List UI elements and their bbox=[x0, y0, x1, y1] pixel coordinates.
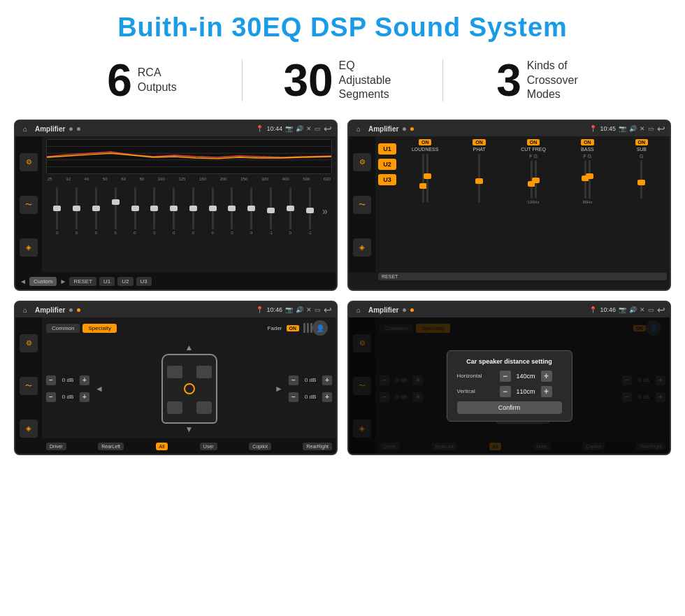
u3-button[interactable]: U3 bbox=[378, 174, 396, 185]
car-diagram: ◄ ► ▲ ▼ bbox=[92, 340, 286, 437]
prev-btn[interactable]: ◄ bbox=[20, 278, 27, 285]
amp-sidebar-btn1[interactable]: ⚙ bbox=[353, 153, 371, 171]
seat-rr bbox=[196, 401, 212, 414]
left-db-controls: − 0 dB + − 0 dB + bbox=[46, 340, 89, 437]
speaker-bottom-bar: Driver RearLeft All User Copilot RearRig… bbox=[42, 438, 336, 454]
topbar-dot1 bbox=[69, 127, 73, 131]
all-btn[interactable]: All bbox=[156, 443, 168, 450]
eq-sidebar-btn2[interactable]: 〜 bbox=[20, 196, 38, 214]
back-icon-1[interactable]: ↩ bbox=[324, 123, 332, 134]
db-value-3: 0 dB bbox=[301, 377, 320, 383]
db-plus-4[interactable]: + bbox=[322, 392, 332, 402]
horizontal-minus[interactable]: − bbox=[500, 371, 511, 382]
eq-slider-9[interactable]: 0 bbox=[203, 187, 222, 235]
screen3-time: 10:46 bbox=[266, 306, 282, 313]
stat-label-eq: EQ AdjustableSegments bbox=[339, 59, 402, 102]
eq-more-icon[interactable]: » bbox=[319, 206, 331, 217]
eq-slider-1[interactable]: 0 bbox=[48, 187, 67, 235]
eq-slider-6[interactable]: 0 bbox=[145, 187, 164, 235]
eq-slider-5[interactable]: 0 bbox=[125, 187, 145, 235]
screen1-time: 10:44 bbox=[266, 125, 282, 132]
amp-main-area: U1 U2 U3 ON LOUDNESS bbox=[375, 136, 670, 273]
reset-btn[interactable]: RESET bbox=[69, 277, 96, 286]
sub-control: ON SUB G bbox=[616, 139, 667, 270]
u2-button[interactable]: U2 bbox=[378, 159, 396, 170]
eq-slider-8[interactable]: 0 bbox=[183, 187, 203, 235]
rearright-btn[interactable]: RearRight bbox=[303, 443, 332, 450]
arrow-down-icon[interactable]: ▼ bbox=[185, 424, 194, 434]
screen4-title: Amplifier bbox=[368, 306, 398, 314]
dialog-title: Car speaker distance setting bbox=[457, 358, 562, 365]
loudness-on-badge: ON bbox=[419, 139, 432, 145]
horizontal-plus[interactable]: + bbox=[541, 371, 552, 382]
bass-slider-f bbox=[584, 160, 586, 199]
copilot-btn[interactable]: Copilot bbox=[249, 443, 271, 450]
arrow-up-icon[interactable]: ▲ bbox=[185, 343, 194, 352]
screen3-topbar: ⌂ Amplifier 📍 10:46 📷 🔊 ✕ ▭ ↩ bbox=[15, 302, 336, 317]
screen2-time: 10:45 bbox=[600, 125, 616, 132]
u3-btn[interactable]: U3 bbox=[136, 277, 152, 286]
eq-sidebar-btn3[interactable]: ◈ bbox=[20, 238, 38, 257]
vertical-plus[interactable]: + bbox=[541, 386, 552, 397]
spk-sidebar-btn2[interactable]: 〜 bbox=[20, 377, 38, 395]
eq-slider-10[interactable]: 0 bbox=[222, 187, 242, 235]
stat-crossover: 3 Kinds ofCrossover Modes bbox=[443, 58, 643, 103]
topbar-dot7 bbox=[403, 308, 406, 312]
sub-slider bbox=[640, 160, 642, 199]
specialty-tab[interactable]: Specialty bbox=[82, 324, 116, 333]
eq-slider-12[interactable]: -1 bbox=[261, 187, 281, 235]
amp-car-screen: ⌂ Amplifier 📍 10:45 📷 🔊 ✕ ▭ ↩ ⚙ 〜 ◈ bbox=[347, 120, 671, 291]
arrow-right-icon[interactable]: ► bbox=[275, 384, 283, 394]
home-icon-4[interactable]: ⌂ bbox=[353, 304, 364, 315]
home-icon[interactable]: ⌂ bbox=[20, 123, 31, 134]
amp-sidebar-btn2[interactable]: 〜 bbox=[353, 196, 371, 214]
eq-slider-7[interactable]: 0 bbox=[164, 187, 184, 235]
next-btn[interactable]: ► bbox=[59, 278, 66, 285]
db-minus-4[interactable]: − bbox=[289, 392, 298, 402]
cutfreq-label: CUT FREQ bbox=[521, 147, 546, 152]
spk-sidebar-btn1[interactable]: ⚙ bbox=[20, 334, 38, 352]
eq-sidebar-btn1[interactable]: ⚙ bbox=[20, 153, 38, 171]
user-btn[interactable]: User bbox=[200, 443, 217, 450]
vertical-minus[interactable]: − bbox=[500, 386, 511, 397]
confirm-button[interactable]: Confirm bbox=[457, 401, 562, 414]
common-tab[interactable]: Common bbox=[46, 324, 80, 333]
db-minus-1[interactable]: − bbox=[46, 375, 56, 385]
eq-slider-11[interactable]: 0 bbox=[242, 187, 261, 235]
custom-btn[interactable]: Custom bbox=[29, 277, 57, 286]
spk-sidebar-btn3[interactable]: ◈ bbox=[20, 420, 38, 438]
eq-slider-2[interactable]: 0 bbox=[67, 187, 87, 235]
db-minus-3[interactable]: − bbox=[289, 375, 298, 385]
db-plus-3[interactable]: + bbox=[322, 375, 332, 385]
stat-number-crossover: 3 bbox=[496, 58, 521, 103]
back-icon-3[interactable]: ↩ bbox=[324, 304, 332, 315]
screen2-title: Amplifier bbox=[368, 125, 398, 133]
eq-slider-14[interactable]: -1 bbox=[300, 187, 319, 235]
phat-on-badge: ON bbox=[473, 139, 486, 145]
db-plus-2[interactable]: + bbox=[80, 392, 89, 402]
amp-reset-btn[interactable]: RESET bbox=[378, 273, 667, 280]
u2-btn[interactable]: U2 bbox=[117, 277, 133, 286]
eq-slider-3[interactable]: 0 bbox=[87, 187, 106, 235]
db-plus-1[interactable]: + bbox=[80, 375, 89, 385]
right-db-controls: − 0 dB + − 0 dB + bbox=[289, 340, 332, 437]
eq-slider-13[interactable]: 0 bbox=[280, 187, 300, 235]
eq-slider-4[interactable]: 5 bbox=[106, 187, 125, 235]
horizontal-label: Horizontal bbox=[457, 373, 496, 379]
db-minus-2[interactable]: − bbox=[46, 392, 56, 402]
rearleft-btn[interactable]: RearLeft bbox=[98, 443, 124, 450]
back-icon-4[interactable]: ↩ bbox=[657, 304, 665, 315]
speaker-main-panel: Common Specialty Fader ON 👤 bbox=[42, 317, 336, 454]
vertical-label: Vertical bbox=[457, 388, 496, 394]
cutfreq-slider-g bbox=[535, 160, 537, 199]
home-icon-2[interactable]: ⌂ bbox=[353, 123, 364, 134]
arrow-left-icon[interactable]: ◄ bbox=[95, 384, 103, 394]
u1-button[interactable]: U1 bbox=[378, 143, 396, 155]
home-icon-3[interactable]: ⌂ bbox=[20, 304, 31, 315]
phat-slider bbox=[478, 154, 480, 203]
avatar-icon[interactable]: 👤 bbox=[312, 320, 328, 336]
back-icon-2[interactable]: ↩ bbox=[657, 123, 665, 134]
u1-btn[interactable]: U1 bbox=[99, 277, 115, 286]
amp-sidebar-btn3[interactable]: ◈ bbox=[353, 238, 371, 257]
driver-btn[interactable]: Driver bbox=[46, 443, 66, 450]
